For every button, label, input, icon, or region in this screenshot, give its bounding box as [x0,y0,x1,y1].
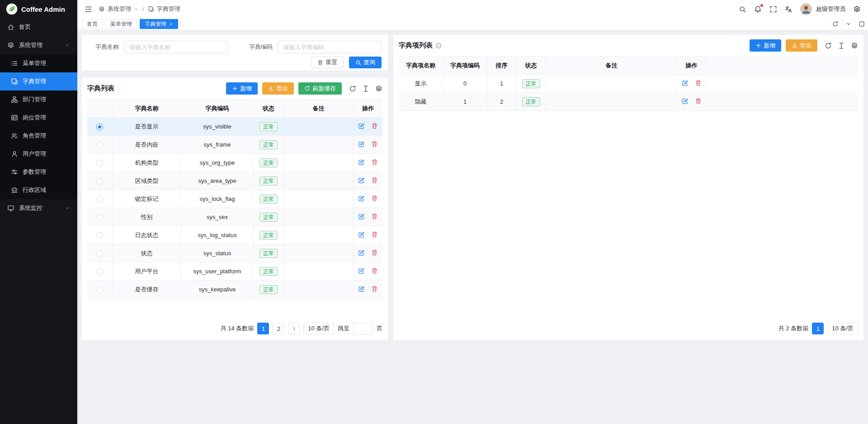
info-icon[interactable] [435,43,442,49]
delete-icon[interactable] [695,98,702,105]
column-settings-icon[interactable] [838,42,845,49]
edit-icon[interactable] [358,177,365,184]
table-row[interactable]: 区域类型sys_area_type正常 [87,172,382,190]
sidebar-subitem-1[interactable]: 字典管理 [0,72,77,91]
tab-0[interactable]: 首页 [82,19,103,29]
tab-2[interactable]: 字典管理 [140,19,178,29]
gear-icon[interactable] [375,85,382,92]
edit-icon[interactable] [358,249,365,256]
export-button[interactable]: 导出 [786,39,817,52]
avatar[interactable] [800,3,812,15]
reset-button[interactable]: 重置 [311,57,344,68]
page-button[interactable]: 1 [257,323,269,334]
delete-icon[interactable] [371,159,378,166]
sidebar-collapse-icon[interactable] [85,5,92,13]
close-icon[interactable] [169,22,173,26]
delete-icon[interactable] [371,141,378,148]
table-row[interactable]: 日志状态sys_log_status正常 [87,226,382,244]
row-radio[interactable] [96,214,103,221]
bell-icon[interactable] [754,5,762,13]
row-radio[interactable] [96,178,103,185]
next-page-button[interactable] [288,323,300,334]
table-row[interactable]: 锁定标记sys_lock_flag正常 [87,190,382,208]
row-radio[interactable] [96,160,103,167]
translate-icon[interactable] [785,5,793,13]
edit-icon[interactable] [682,98,689,105]
edit-icon[interactable] [358,123,365,129]
refresh-icon[interactable] [349,85,356,92]
jump-page-input[interactable] [353,323,373,334]
refresh-icon[interactable] [825,42,832,49]
refresh-icon[interactable] [829,18,842,30]
row-radio[interactable] [96,268,103,275]
row-radio[interactable] [96,124,103,130]
chevron-down-icon[interactable] [842,18,855,30]
fullscreen-icon[interactable] [769,5,777,13]
page-size-select[interactable]: 10 条/页 [827,323,858,334]
delete-icon[interactable] [371,213,378,220]
tab-label: 字典管理 [145,20,166,28]
table-row[interactable]: 显示01正常 [399,75,858,93]
dict-name-input[interactable] [124,41,228,53]
app-logo[interactable]: Coffee Admin [0,0,77,18]
edit-icon[interactable] [358,267,365,274]
page-button[interactable]: 2 [273,323,284,334]
page-button[interactable]: 1 [812,323,824,334]
column-settings-icon[interactable] [362,85,369,92]
delete-icon[interactable] [371,177,378,184]
table-row[interactable]: 是否缓存sys_keepalive正常 [87,281,382,299]
gear-icon[interactable] [853,5,861,13]
refresh-cache-button[interactable]: 刷新缓存 [298,82,342,95]
table-row[interactable]: 性别sys_sex正常 [87,208,382,226]
add-button[interactable]: 新增 [750,39,781,52]
sidebar-subitem-7[interactable]: 行政区域 [0,181,77,199]
delete-icon[interactable] [371,231,378,238]
table-row[interactable]: 机构类型sys_org_type正常 [87,154,382,172]
edit-icon[interactable] [358,231,365,238]
add-button[interactable]: 新增 [226,82,258,95]
sidebar-subitem-4[interactable]: 角色管理 [0,127,77,145]
edit-icon[interactable] [358,195,365,202]
query-button[interactable]: 查询 [349,57,382,68]
delete-icon[interactable] [371,249,378,256]
table-tools [825,42,858,49]
search-icon[interactable] [739,5,746,13]
sidebar-subitem-2[interactable]: 部门管理 [0,91,77,109]
tab-1[interactable]: 菜单管理 [105,19,137,29]
table-row[interactable]: 用户平台sys_user_platform正常 [87,262,382,281]
edit-icon[interactable] [358,141,365,148]
delete-icon[interactable] [371,195,378,202]
row-radio[interactable] [96,250,103,257]
table-row[interactable]: 是否内嵌sys_frame正常 [87,136,382,154]
breadcrumb-parent[interactable]: 系统管理 [108,5,131,13]
edit-icon[interactable] [358,159,365,166]
sidebar-item-system-monitor[interactable]: 系统监控 [0,199,77,217]
edit-icon[interactable] [682,80,689,86]
edit-icon[interactable] [358,213,365,220]
delete-icon[interactable] [695,80,702,86]
dict-code-input[interactable] [278,41,382,53]
sidebar-item-home[interactable]: 首页 [0,18,77,36]
user-name[interactable]: 超级管理员 [816,5,845,13]
sidebar-subitem-3[interactable]: 岗位管理 [0,109,77,127]
sidebar-item-system-management[interactable]: 系统管理 [0,36,77,54]
table-row[interactable]: 是否显示sys_visible正常 [87,118,382,136]
delete-icon[interactable] [371,267,378,274]
table-row[interactable]: 隐藏12正常 [399,93,858,111]
maximize-icon[interactable] [855,18,868,30]
row-radio[interactable] [96,142,103,148]
table-row[interactable]: 状态sys_status正常 [87,244,382,262]
export-button[interactable]: 导出 [262,82,294,95]
page-size-select[interactable]: 10 条/页 [303,323,334,334]
sidebar-subitem-5[interactable]: 用户管理 [0,145,77,163]
delete-icon[interactable] [371,286,378,292]
row-radio[interactable] [96,232,103,239]
row-radio[interactable] [96,196,103,203]
gear-icon[interactable] [851,42,858,49]
delete-icon[interactable] [371,123,378,129]
sidebar-subitem-6[interactable]: 参数管理 [0,163,77,181]
row-radio[interactable] [96,286,103,293]
panel-header: 字典列表 新增 导出 刷新缓存 [82,78,388,99]
sidebar-subitem-0[interactable]: 菜单管理 [0,54,77,72]
edit-icon[interactable] [358,286,365,292]
